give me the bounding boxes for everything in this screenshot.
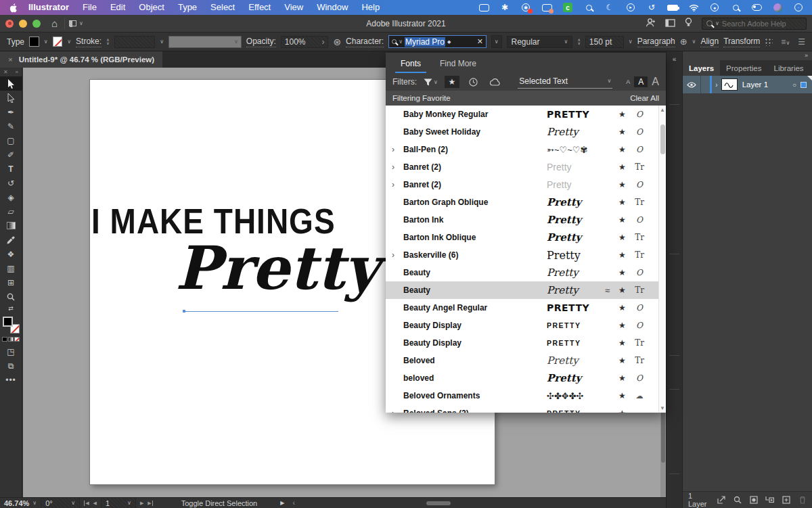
menu-type[interactable]: Type xyxy=(171,0,204,15)
menu-file[interactable]: File xyxy=(76,0,104,15)
favorite-star-icon[interactable]: ★ xyxy=(618,127,633,137)
favorite-star-icon[interactable]: ★ xyxy=(618,198,633,207)
clear-search-icon[interactable]: ✕ xyxy=(477,37,483,46)
tab-find-more[interactable]: Find More xyxy=(430,55,486,73)
stroke-label[interactable]: Stroke: xyxy=(76,37,102,47)
font-list-scrollbar[interactable]: ▲ ▼ xyxy=(658,106,666,413)
zoom-level-dropdown[interactable]: 46.74% ∨ xyxy=(0,498,41,508)
layer-row[interactable]: › Layer 1 ○ xyxy=(683,76,812,93)
brush-definition-dropdown[interactable]: ∨ xyxy=(168,36,242,48)
minimize-window-button[interactable] xyxy=(19,20,27,28)
scroll-down-icon[interactable]: ▼ xyxy=(660,405,665,411)
transform-label[interactable]: Transform xyxy=(723,37,760,47)
new-sublayer-icon[interactable] xyxy=(765,495,774,505)
next-artboard-icon[interactable]: ▶ xyxy=(140,501,143,506)
app-c-icon[interactable]: c xyxy=(562,2,573,13)
zoom-window-button[interactable] xyxy=(32,20,41,28)
font-list-item[interactable]: Beauty Pretty ★ O xyxy=(386,264,666,281)
stroke-weight-stepper[interactable]: ∧∨ xyxy=(106,39,109,45)
gear-icon[interactable]: ✱ xyxy=(499,2,510,13)
font-list-item[interactable]: › Beloved Sans (2) PRETTY ★ ☁ xyxy=(386,405,666,413)
drawing-modes-icon[interactable]: ◳ xyxy=(0,344,22,359)
document-tab[interactable]: × Untitled-9* @ 46.74 % (RGB/Preview) xyxy=(0,51,162,68)
lightbulb-icon[interactable] xyxy=(685,18,692,30)
more-tools-icon[interactable]: ••• xyxy=(0,373,22,387)
menu-edit[interactable]: Edit xyxy=(104,0,132,15)
font-list-item[interactable]: Baby Sweet Holiday Pretty ★ O xyxy=(386,123,666,141)
font-list-item[interactable]: › Banret (2) Pretty ★ O xyxy=(386,176,666,193)
font-dropdown-toggle[interactable]: ∨ xyxy=(491,35,502,48)
spotlight-icon[interactable] xyxy=(730,2,741,13)
wifi-icon[interactable] xyxy=(688,2,699,13)
font-list-item[interactable]: Beauty Angel Regular PRETTY ★ O xyxy=(386,299,666,317)
font-list-item[interactable]: Barton Ink Pretty ★ O xyxy=(386,211,666,229)
favorite-star-icon[interactable]: ★ xyxy=(618,303,633,313)
tab-properties[interactable]: Properties xyxy=(720,60,767,76)
rotate-tool[interactable]: ↺ xyxy=(0,176,22,190)
swap-fill-stroke-icon[interactable]: ⇄ xyxy=(0,304,22,313)
font-size-stepper[interactable]: ∧∨ xyxy=(577,39,580,45)
collect-for-export-icon[interactable] xyxy=(717,495,726,505)
chevron-down-icon[interactable]: ∨ xyxy=(44,39,48,45)
font-list-item[interactable]: Beloved Ornaments ✣✤✥✤✣ ★ ☁ xyxy=(386,387,666,405)
menu-illustrator[interactable]: Illustrator xyxy=(22,0,76,15)
recent-fonts-icon[interactable] xyxy=(466,76,481,88)
menu-view[interactable]: View xyxy=(277,0,310,15)
chevron-down-icon[interactable]: ∨ xyxy=(67,39,71,45)
document-setup-icon[interactable]: ⊛ xyxy=(333,37,341,47)
gradient-button[interactable] xyxy=(8,337,14,342)
expand-chevron-icon[interactable]: › xyxy=(392,162,394,172)
time-machine-icon[interactable]: ↺ xyxy=(646,2,657,13)
activated-fonts-cloud-icon[interactable] xyxy=(488,76,503,88)
tab-layers[interactable]: Layers xyxy=(683,60,720,76)
target-circle-icon[interactable]: ○ xyxy=(792,81,796,89)
favorite-star-icon[interactable]: ★ xyxy=(618,321,633,330)
clear-all-button[interactable]: Clear All xyxy=(630,94,659,102)
tab-libraries[interactable]: Libraries xyxy=(768,60,810,76)
expand-chevron-icon[interactable]: › xyxy=(392,145,394,154)
visibility-eye-icon[interactable] xyxy=(683,82,700,88)
panel-menu-icon[interactable]: ☰ xyxy=(810,60,812,76)
favorite-star-icon[interactable]: ★ xyxy=(618,373,633,383)
font-list-item[interactable]: beloved Pretty ★ O xyxy=(386,369,666,387)
opacity-label[interactable]: Opacity: xyxy=(246,37,276,47)
apple-menu-icon[interactable] xyxy=(8,3,19,13)
favorite-star-icon[interactable]: ★ xyxy=(618,215,633,225)
status-play-icon[interactable]: ▶ xyxy=(280,500,284,506)
font-list-item[interactable]: Barton Graph Oblique Pretty ★ Tr xyxy=(386,193,666,211)
type-tool[interactable]: T xyxy=(0,162,22,176)
font-family-search-field[interactable]: ∨ Myriad Pro ◆ ✕ xyxy=(388,35,487,48)
font-list-item[interactable]: Beloved Pretty ★ Tr xyxy=(386,352,666,369)
moon-icon[interactable]: ☾ xyxy=(604,2,615,13)
expand-layer-icon[interactable]: › xyxy=(712,80,721,89)
sample-size-small[interactable]: A xyxy=(626,78,630,85)
font-list-item[interactable]: Baby Monkey Regular PRETTY ★ O xyxy=(386,106,666,123)
capture-icon[interactable] xyxy=(541,2,552,13)
layer-thumbnail[interactable] xyxy=(721,78,738,91)
glyph-globe-icon[interactable]: ⊕ xyxy=(680,37,687,47)
menu-window[interactable]: Window xyxy=(310,0,355,15)
fill-swatch[interactable] xyxy=(3,317,13,327)
font-style-dropdown[interactable]: Regular ∨ xyxy=(507,36,573,48)
transform-grid-icon[interactable] xyxy=(765,38,773,46)
share-user-icon[interactable] xyxy=(646,18,656,30)
favorite-star-icon[interactable]: ★ xyxy=(618,145,633,154)
magnifier-icon[interactable] xyxy=(583,2,594,13)
screen-mode-icon[interactable]: ⧉ xyxy=(0,359,22,373)
artboard-number-dropdown[interactable]: 1 ∨ xyxy=(101,498,136,508)
font-list-item[interactable]: › Banret (2) Pretty ★ Tr xyxy=(386,158,666,176)
free-transform-tool[interactable]: ▱ xyxy=(0,204,22,218)
paragraph-label[interactable]: Paragraph xyxy=(637,37,675,47)
arrange-documents-icon[interactable]: ∨ xyxy=(64,18,87,29)
favorite-star-icon[interactable]: ★ xyxy=(618,250,633,260)
last-artboard-icon[interactable]: ▶ xyxy=(148,501,152,506)
lock-toggle-cell[interactable] xyxy=(700,76,710,93)
expand-dock-icon[interactable]: « xyxy=(667,55,682,63)
play-circle-icon[interactable]: ▸ xyxy=(625,2,636,13)
pen-tool[interactable]: ✒ xyxy=(0,105,22,119)
scroll-up-icon[interactable]: ▲ xyxy=(660,107,665,113)
control-center-icon[interactable] xyxy=(751,2,762,13)
favorite-star-icon[interactable]: ★ xyxy=(618,409,633,413)
layers-panel-body[interactable] xyxy=(683,93,812,491)
rotation-dropdown[interactable]: 0° ∨ xyxy=(41,498,80,508)
